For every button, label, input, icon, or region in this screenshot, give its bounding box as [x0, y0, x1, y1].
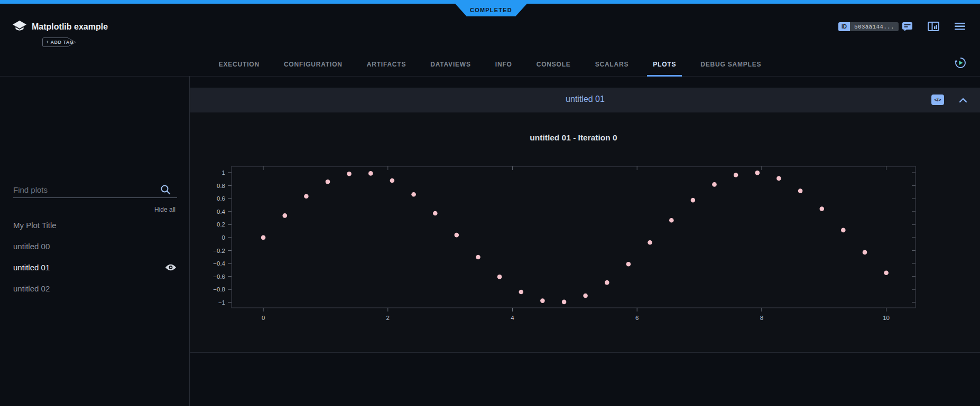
id-value[interactable]: 503aa144... [850, 22, 899, 31]
scatter-point [583, 294, 588, 298]
add-tag-label: + ADD TAG [46, 40, 73, 45]
scatter-point [390, 178, 395, 183]
y-tick-label: 0.4 [217, 209, 226, 215]
auto-refresh-icon[interactable] [954, 56, 967, 71]
scatter-point [734, 173, 738, 177]
app-window: COMPLETED Matplotlib example + ADD TAG I… [0, 0, 980, 406]
experiment-id-badge: ID 503aa144... [838, 22, 899, 31]
scatter-point [755, 171, 760, 175]
sidebar-item-untitled-00[interactable]: untitled 00 [13, 235, 177, 257]
tab-scalars[interactable]: SCALARS [583, 53, 641, 76]
scatter-point [347, 172, 352, 176]
menu-icon[interactable] [955, 23, 965, 32]
scatter-point [476, 255, 480, 260]
plot-name-label: untitled 00 [13, 242, 50, 251]
y-tick-label: 0.8 [217, 183, 225, 189]
scatter-plot-canvas[interactable]: 10.80.60.40.20−0.2−0.4−0.6−0.8−10246810 [201, 158, 946, 327]
tab-info[interactable]: INFO [483, 53, 524, 76]
scatter-point [798, 188, 803, 193]
tab-bar: EXECUTIONCONFIGURATIONARTIFACTSDATAVIEWS… [0, 53, 980, 77]
comments-icon[interactable] [902, 22, 913, 33]
scatter-point [433, 211, 438, 216]
y-tick-label: −0.8 [213, 286, 225, 292]
y-tick-label: 0.6 [217, 195, 225, 202]
y-tick-label: −0.4 [213, 260, 225, 267]
scatter-point [455, 233, 459, 238]
x-tick-label: 4 [511, 315, 514, 321]
tab-debug-samples[interactable]: DEBUG SAMPLES [688, 53, 773, 76]
y-tick-label: 1 [222, 169, 225, 176]
plot-panel-header: untitled 01 </> [190, 88, 980, 112]
plot-name-label: untitled 01 [13, 263, 50, 272]
scatter-point [776, 176, 781, 181]
plot-name-label: My Plot Title [13, 221, 57, 230]
id-label: ID [838, 22, 850, 31]
scatter-point [283, 213, 288, 218]
scatter-point [497, 275, 502, 279]
scatter-point [368, 171, 373, 176]
y-tick-label: 0 [222, 234, 225, 241]
scatter-point [884, 271, 889, 276]
x-tick-label: 0 [262, 315, 265, 321]
x-tick-label: 10 [883, 315, 890, 321]
scatter-point [691, 198, 696, 203]
scatter-point [863, 250, 867, 255]
experiment-title: Matplotlib example [32, 22, 108, 32]
status-badge: COMPLETED [455, 4, 527, 16]
experiment-type-icon [12, 20, 27, 36]
sidebar-item-untitled-01[interactable]: untitled 01 [13, 257, 177, 278]
scatter-point [326, 180, 330, 184]
y-tick-label: −0.6 [213, 273, 225, 280]
status-color-bar [0, 0, 980, 4]
scatter-point [540, 298, 545, 303]
scatter-point [712, 182, 717, 187]
scatter-point [669, 218, 674, 223]
sidebar-item-untitled-02[interactable]: untitled 02 [13, 278, 177, 299]
tab-plots[interactable]: PLOTS [641, 53, 688, 76]
scatter-point [411, 192, 416, 197]
hide-all-button[interactable]: Hide all [154, 206, 175, 213]
scatter-point [605, 280, 609, 285]
visibility-eye-icon[interactable] [165, 263, 177, 271]
plot-frame [232, 166, 916, 308]
plot-panel-title: untitled 01 [190, 95, 980, 104]
x-tick-label: 2 [386, 315, 390, 321]
scatter-point [304, 194, 309, 199]
tab-configuration[interactable]: CONFIGURATION [272, 53, 355, 76]
details-panel-icon[interactable] [928, 22, 939, 33]
scatter-point [519, 290, 524, 295]
plots-sidebar: Hide all My Plot Titleuntitled 00untitle… [0, 76, 190, 406]
scatter-point [626, 262, 631, 267]
tab-dataviews[interactable]: DATAVIEWS [418, 53, 483, 76]
add-tag-button[interactable]: + ADD TAG [42, 37, 77, 47]
tab-artifacts[interactable]: ARTIFACTS [355, 53, 419, 76]
tab-console[interactable]: CONSOLE [524, 53, 583, 76]
scatter-point [648, 240, 652, 245]
y-tick-label: −0.2 [213, 248, 225, 254]
tab-execution[interactable]: EXECUTION [207, 53, 272, 76]
view-code-button[interactable]: </> [931, 95, 944, 105]
scatter-point [841, 228, 846, 233]
y-tick-label: 0.2 [217, 221, 225, 228]
x-tick-label: 8 [760, 315, 763, 321]
collapse-panel-icon[interactable] [959, 96, 967, 105]
search-input[interactable] [13, 182, 177, 198]
plot-list: My Plot Titleuntitled 00untitled 01untit… [13, 214, 177, 299]
plot-name-label: untitled 02 [13, 284, 50, 293]
scatter-point [820, 206, 825, 211]
y-tick-label: −1 [218, 299, 225, 306]
search-icon[interactable] [160, 184, 171, 197]
scatter-point [261, 235, 266, 240]
x-tick-label: 6 [635, 315, 639, 321]
scatter-point [562, 300, 567, 305]
chart-title: untitled 01 - Iteration 0 [201, 133, 946, 143]
sidebar-item-my-plot-title[interactable]: My Plot Title [13, 214, 177, 235]
